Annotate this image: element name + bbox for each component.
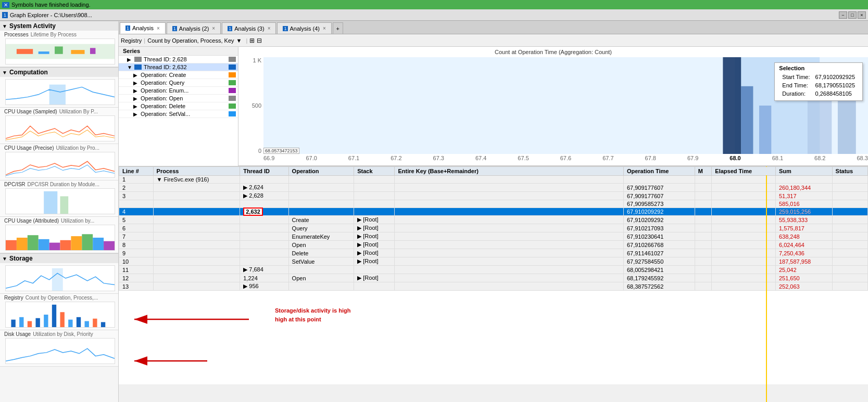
- close-button[interactable]: ×: [858, 11, 866, 19]
- col-sum[interactable]: Sum: [775, 167, 832, 176]
- cell-key-4a: [395, 200, 623, 208]
- expand-query[interactable]: ▶: [133, 80, 140, 86]
- tab-analysis-4[interactable]: 1 Analysis (4) ×: [277, 22, 331, 34]
- tab-close-4[interactable]: ×: [323, 25, 326, 31]
- table-header: Line # Process Thread ID Operation Stack…: [119, 167, 868, 176]
- sidebar-item-dpc-isr[interactable]: DPC/ISR DPC/ISR Duration by Module...: [0, 180, 118, 217]
- expand-open[interactable]: ▶: [133, 96, 140, 101]
- col-elapsed[interactable]: Elapsed Time: [712, 167, 776, 176]
- expand-2632[interactable]: ▼: [127, 64, 133, 70]
- cell-op-3: [288, 192, 354, 200]
- table-row[interactable]: 5 Create ▶ [Root] 67,910209292 55,938,33…: [119, 216, 868, 224]
- table-row[interactable]: 10 SetValue ▶ [Root] 67,927584550 187,58…: [119, 257, 868, 266]
- toolbar-dropdown-arrow[interactable]: ▼: [236, 37, 242, 44]
- table-row[interactable]: 3 ▶ 2,628 67,909177607 51,317: [119, 192, 868, 200]
- tab-close-2[interactable]: ×: [212, 25, 215, 31]
- col-line[interactable]: Line #: [119, 167, 154, 176]
- col-operation[interactable]: Operation: [288, 167, 354, 176]
- table-row[interactable]: 6 Query ▶ [Root] 67,910217093 1,575,817: [119, 224, 868, 232]
- table-row[interactable]: 8 Open ▶ [Root] 67,910266768 6,024,464: [119, 241, 868, 249]
- sidebar-item-storage-blank[interactable]: [0, 263, 118, 294]
- col-optime[interactable]: Operation Time: [623, 167, 695, 176]
- tab-icon-4: 1: [283, 26, 287, 31]
- grid-icon[interactable]: ⊞: [249, 37, 255, 44]
- expand-2628[interactable]: ▶: [127, 57, 133, 62]
- series-row-create[interactable]: ▶ Operation: Create: [119, 71, 238, 79]
- sidebar-item-cpu-precise[interactable]: CPU Usage (Precise) Utilization by Pro..…: [0, 144, 118, 180]
- svg-rect-17: [93, 238, 104, 250]
- table-row[interactable]: 12 1,224 Open ▶ [Root] 68,179245592 251,…: [119, 274, 868, 282]
- expand-2624[interactable]: ▶: [243, 184, 247, 190]
- series-row-open[interactable]: ▶ Operation: Open: [119, 95, 238, 102]
- duration-value: 0,2688458105: [813, 90, 857, 97]
- cell-stack-9: ▶ [Root]: [354, 249, 395, 257]
- tab-icon-1: 1: [125, 25, 130, 31]
- series-row-2628[interactable]: ▶ Thread ID: 2,628: [119, 56, 238, 63]
- expand-create[interactable]: ▶: [133, 72, 140, 78]
- expand-956[interactable]: ▶: [243, 283, 247, 289]
- cell-m-4: [695, 208, 711, 216]
- maximize-button[interactable]: □: [848, 11, 857, 19]
- table-row[interactable]: 1 ▼ FireSvc.exe (916): [119, 176, 868, 184]
- x-label-673: 67.3: [433, 155, 444, 164]
- x-label-676: 67.6: [560, 155, 571, 164]
- expand-enum[interactable]: ▶: [133, 88, 140, 94]
- cell-process-12: [153, 274, 240, 282]
- tab-close-1[interactable]: ×: [157, 25, 160, 31]
- series-row-query[interactable]: ▶ Operation: Query: [119, 79, 238, 87]
- svg-rect-35: [723, 57, 741, 154]
- toolbar-separator: |: [144, 37, 145, 44]
- tab-bar: 1 Analysis × 1 Analysis (2) × 1 Analysis…: [119, 21, 868, 34]
- cell-line-2: 2: [119, 184, 154, 192]
- table-row[interactable]: 9 Delete ▶ [Root] 67,911461027 7,250,436: [119, 249, 868, 257]
- cell-sum-11: 25,042: [775, 266, 832, 274]
- table-row[interactable]: 2 ▶ 2,624 67,909177607 260,180,344: [119, 184, 868, 192]
- col-key[interactable]: Entire Key (Base+Remainder): [395, 167, 623, 176]
- sidebar-section-computation[interactable]: ▼ Computation: [0, 67, 118, 77]
- cell-line-7: 7: [119, 232, 154, 241]
- table-row[interactable]: 13 ▶ 956 68,387572562 252,063: [119, 282, 868, 291]
- table-row-selected[interactable]: 4 2,632 67,910209292 259,015,256: [119, 208, 868, 216]
- sidebar-item-registry[interactable]: Registry Count by Operation, Process,...: [0, 294, 118, 330]
- new-tab-button[interactable]: +: [333, 22, 343, 34]
- split-icon[interactable]: ⊟: [257, 37, 262, 44]
- sidebar-item-cpu-attributed[interactable]: CPU Usage (Attributed) Utilization by...: [0, 217, 118, 253]
- sidebar-item-computation-blank[interactable]: [0, 77, 118, 108]
- sidebar-section-system-activity[interactable]: ▼ System Activity: [0, 21, 118, 31]
- sidebar-cpu-attributed-sublabel: Utilization by...: [61, 218, 94, 224]
- series-row-setval[interactable]: ▶ Operation: SetVal...: [119, 110, 238, 118]
- expand-2628-tree[interactable]: ▶: [243, 192, 247, 199]
- col-status[interactable]: Status: [832, 167, 867, 176]
- tab-analysis-2[interactable]: 1 Analysis (2) ×: [167, 22, 221, 34]
- expand-firesvc[interactable]: ▼: [157, 176, 162, 183]
- sidebar-item-cpu-sampled[interactable]: CPU Usage (Sampled) Utilization By P...: [0, 108, 118, 144]
- expand-7684[interactable]: ▶: [243, 266, 247, 273]
- svg-rect-24: [44, 315, 48, 327]
- col-process[interactable]: Process: [153, 167, 240, 176]
- sidebar-item-disk-usage[interactable]: Disk Usage Utilization by Disk, Priority: [0, 330, 118, 367]
- series-row-2632[interactable]: ▼ Thread ID: 2,632: [119, 63, 238, 71]
- tab-close-3[interactable]: ×: [268, 25, 271, 31]
- table-row[interactable]: 7 EnumerateKey ▶ [Root] 67,910230641 638…: [119, 232, 868, 241]
- col-m[interactable]: M: [695, 167, 711, 176]
- col-thread[interactable]: Thread ID: [240, 167, 288, 176]
- minimize-button[interactable]: −: [839, 11, 847, 19]
- table-row[interactable]: 67,909585273 585,016: [119, 200, 868, 208]
- cell-status-1: [832, 176, 867, 184]
- svg-rect-36: [741, 86, 753, 154]
- sidebar-section-storage[interactable]: ▼ Storage: [0, 253, 118, 263]
- expand-setval[interactable]: ▶: [133, 111, 140, 117]
- series-row-enum[interactable]: ▶ Operation: Enum...: [119, 87, 238, 95]
- col-stack[interactable]: Stack: [354, 167, 395, 176]
- svg-rect-2: [39, 51, 49, 54]
- cell-process-5: [153, 216, 240, 224]
- tab-analysis-1[interactable]: 1 Analysis ×: [120, 22, 166, 34]
- sidebar-chart-cpu-sampled: [5, 115, 115, 141]
- series-row-delete[interactable]: ▶ Operation: Delete: [119, 102, 238, 110]
- expand-delete[interactable]: ▶: [133, 103, 140, 109]
- table-row[interactable]: 11 ▶ 7,684 68,005298421 25,042: [119, 266, 868, 274]
- cell-process-1: ▼ FireSvc.exe (916): [153, 176, 240, 184]
- sidebar-item-processes[interactable]: Processes Lifetime By Process: [0, 31, 118, 67]
- tab-analysis-3[interactable]: 1 Analysis (3) ×: [222, 22, 276, 34]
- tab-label-2: Analysis (2): [179, 25, 209, 32]
